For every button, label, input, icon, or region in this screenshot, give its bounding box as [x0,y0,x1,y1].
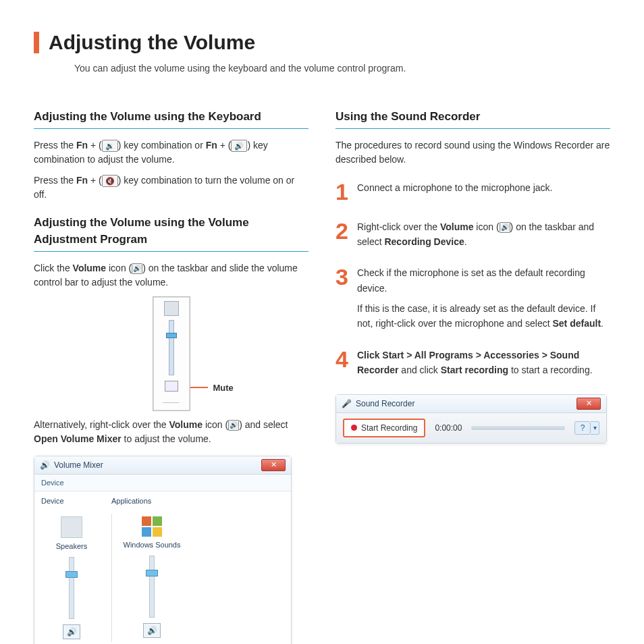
speakers-slider[interactable] [69,557,74,619]
mute-callout-line [190,387,208,388]
speakers-slider-thumb[interactable] [65,571,78,578]
close-button[interactable]: ✕ [576,398,601,410]
volume-mixer-window: 🔊 Volume Mixer ✕ Device Device Applicati… [34,456,292,645]
record-dot-icon [351,425,357,431]
mixer-device-tab[interactable]: Device [34,475,291,492]
mute-key-icon: 🔇 [102,175,118,188]
heading-program: Adjusting the Volume using the Volume Ad… [34,214,308,252]
mixer-device-column: Speakers 🔊 [41,514,112,643]
speaker-icon [228,420,239,431]
step-2-text: Right-click over the Volume icon () on t… [357,219,610,250]
recorder-title-text: Sound Recorder [356,398,414,410]
para-click-volume: Click the Volume icon () on the taskbar … [34,261,308,290]
close-button[interactable]: ✕ [261,459,286,471]
start-recording-label: Start Recording [361,422,417,434]
volume-down-key-icon: 🔉 [102,140,118,153]
recorder-intro: The procedures to record sound using the… [336,138,610,167]
winsounds-slider[interactable] [149,556,155,618]
volume-device-icon [164,301,179,316]
step-1: 1 Connect a microphone to the microphone… [336,180,610,203]
para-rightclick-volume: Alternatively, right-click over the Volu… [34,418,308,446]
step-3-text: Check if the microphone is set as the de… [357,265,610,331]
page-title-text: Adjusting the Volume [49,27,255,57]
step-number-3: 3 [336,265,350,331]
mixer-column-headers: Device Applications [34,491,291,507]
speaker-icon [132,263,142,274]
step-number-4: 4 [336,348,350,378]
windows-logo-icon[interactable] [142,516,162,537]
right-column: Using the Sound Recorder The procedures … [336,96,610,644]
page-title: Adjusting the Volume [34,27,610,57]
para-keycombo-1: Press the Fn + (🔉) key combination or Fn… [34,138,308,167]
recording-time: 0:00:00 [435,422,462,434]
speaker-icon [500,222,510,233]
help-button[interactable]: ? [574,421,591,435]
mixer-header-applications: Applications [111,495,151,507]
heading-recorder: Using the Sound Recorder [336,108,610,129]
recorder-titlebar: 🎤 Sound Recorder ✕ [336,395,606,413]
step-number-2: 2 [336,219,350,250]
mixer-titlebar: 🔊 Volume Mixer ✕ [34,456,291,475]
winsounds-slider-thumb[interactable] [146,570,158,576]
volume-slider-thumb[interactable] [166,333,177,338]
mute-label: Mute [213,381,234,395]
para-keycombo-2: Press the Fn + (🔇) key combination to tu… [34,173,308,202]
mixer-header-device: Device [41,495,111,507]
intro-text: You can adjust the volume using the keyb… [74,61,610,76]
mixer-title-icon: 🔊 [40,459,50,471]
step-1-text: Connect a microphone to the microphone j… [357,180,610,203]
mixer-app-column: Windows Sounds 🔊 [122,514,182,643]
step-3: 3 Check if the microphone is set as the … [336,265,610,331]
mute-button[interactable] [165,381,178,392]
left-column: Adjusting the Volume using the Keyboard … [34,96,308,644]
winsounds-mute-button[interactable]: 🔊 [143,623,161,638]
step-4-text: Click Start > All Programs > Accessories… [357,348,610,378]
sound-recorder-window: 🎤 Sound Recorder ✕ Start Recording 0:00:… [336,394,607,444]
heading-keyboard: Adjusting the Volume using the Keyboard [34,108,308,129]
microphone-icon: 🎤 [342,398,352,410]
volume-popup: ——— [153,296,190,411]
mixer-winsounds-label: Windows Sounds [122,539,182,551]
mixer-speakers-label: Speakers [41,541,102,552]
speakers-icon[interactable] [61,516,82,538]
help-dropdown[interactable]: ▾ [591,421,599,435]
mixer-title-text: Volume Mixer [54,459,103,471]
step-4: 4 Click Start > All Programs > Accessori… [336,348,610,378]
step-number-1: 1 [336,180,350,203]
volume-slider[interactable] [169,320,174,375]
step-2: 2 Right-click over the Volume icon () on… [336,219,610,250]
title-marker [34,32,39,53]
speakers-mute-button[interactable]: 🔊 [63,624,80,639]
volume-up-key-icon: 🔊 [231,140,247,153]
recording-level-meter [471,426,565,430]
volume-popup-footer: ——— [156,398,187,406]
start-recording-button[interactable]: Start Recording [343,419,425,437]
